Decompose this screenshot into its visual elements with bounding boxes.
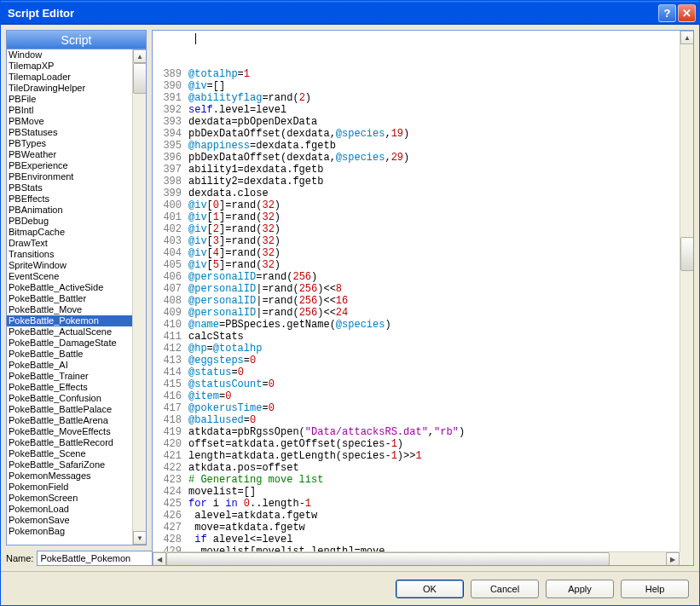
scroll-thumb[interactable] bbox=[680, 237, 694, 271]
script-name-input[interactable] bbox=[37, 551, 161, 566]
code-line[interactable]: 427 move=atkdata.fgetw bbox=[153, 522, 680, 534]
code-line[interactable]: 395@happiness=dexdata.fgetb bbox=[153, 140, 680, 152]
code-line[interactable]: 417@pokerusTime=0 bbox=[153, 402, 680, 414]
code-line[interactable]: 425for i in 0..length-1 bbox=[153, 498, 680, 510]
scroll-thumb[interactable] bbox=[133, 63, 147, 94]
sidebar-item[interactable]: PBTypes bbox=[7, 138, 132, 149]
code-text[interactable]: @personalID|=rand(256)<<24 bbox=[188, 307, 680, 319]
sidebar-item[interactable]: PokemonLoad bbox=[7, 504, 132, 515]
code-text[interactable]: @pokerusTime=0 bbox=[188, 402, 680, 414]
code-line[interactable]: 423# Generating move list bbox=[153, 474, 680, 486]
sidebar-item[interactable]: PBAnimation bbox=[7, 205, 132, 216]
code-text[interactable]: @iv[3]=rand(32) bbox=[188, 235, 680, 247]
sidebar-item[interactable]: BitmapCache bbox=[7, 227, 132, 238]
sidebar-item[interactable]: PBExperience bbox=[7, 160, 132, 171]
code-line[interactable]: 403@iv[3]=rand(32) bbox=[153, 235, 680, 247]
code-line[interactable]: 408@personalID|=rand(256)<<16 bbox=[153, 295, 680, 307]
sidebar-item[interactable]: PokemonSave bbox=[7, 515, 132, 526]
sidebar-item[interactable]: PokeBattle_Move bbox=[7, 304, 132, 315]
code-text[interactable]: @iv[0]=rand(32) bbox=[188, 199, 680, 211]
code-line[interactable]: 407@personalID|=rand(256)<<8 bbox=[153, 283, 680, 295]
sidebar-item[interactable]: PokemonBag bbox=[7, 526, 132, 537]
code-line[interactable]: 413@eggsteps=0 bbox=[153, 355, 680, 366]
scroll-thumb[interactable] bbox=[166, 552, 610, 566]
sidebar-item[interactable]: PBEffects bbox=[7, 193, 132, 205]
sidebar-item[interactable]: DrawText bbox=[7, 238, 132, 249]
sidebar-item[interactable]: PokeBattle_Trainer bbox=[7, 371, 132, 382]
code-line[interactable]: 424movelist=[] bbox=[153, 486, 680, 498]
code-line[interactable]: 390@iv=[] bbox=[153, 80, 680, 92]
help-button[interactable]: Help bbox=[621, 580, 689, 598]
code-line[interactable]: 393dexdata=pbOpenDexData bbox=[153, 116, 680, 128]
code-text[interactable]: pbDexDataOffset(dexdata,@species,29) bbox=[188, 152, 680, 164]
code-text[interactable]: @personalID=rand(256) bbox=[188, 271, 680, 283]
code-line[interactable]: 414@status=0 bbox=[153, 366, 680, 378]
code-line[interactable]: 401@iv[1]=rand(32) bbox=[153, 211, 680, 223]
code-text[interactable]: for i in 0..length-1 bbox=[188, 498, 680, 510]
sidebar-item[interactable]: PokeBattle_ActiveSide bbox=[7, 282, 132, 293]
code-text[interactable]: alevel=atkdata.fgetw bbox=[188, 510, 680, 522]
code-line[interactable]: 411calcStats bbox=[153, 331, 680, 343]
code-line[interactable]: 420offset=atkdata.getOffset(species-1) bbox=[153, 438, 680, 450]
code-line[interactable]: 404@iv[4]=rand(32) bbox=[153, 247, 680, 259]
code-line[interactable]: 415@statusCount=0 bbox=[153, 378, 680, 390]
sidebar-item[interactable]: PokeBattle_Effects bbox=[7, 382, 132, 393]
code-text[interactable]: self.level=level bbox=[188, 104, 680, 116]
code-line[interactable]: 394pbDexDataOffset(dexdata,@species,19) bbox=[153, 128, 680, 140]
code-text[interactable]: @personalID|=rand(256)<<8 bbox=[188, 283, 680, 295]
code-line[interactable]: 400@iv[0]=rand(32) bbox=[153, 199, 680, 211]
code-line[interactable]: 418@ballused=0 bbox=[153, 414, 680, 426]
code-text[interactable]: if alevel<=level bbox=[188, 534, 680, 545]
code-line[interactable]: 416@item=0 bbox=[153, 390, 680, 402]
sidebar-item[interactable]: SpriteWindow bbox=[7, 260, 132, 271]
code-line[interactable]: 419atkdata=pbRgssOpen("Data/attacksRS.da… bbox=[153, 426, 680, 438]
sidebar-item[interactable]: PBFile bbox=[7, 94, 132, 105]
sidebar-item[interactable]: PokeBattle_Pokemon bbox=[7, 315, 132, 326]
code-text[interactable]: @totalhp=1 bbox=[188, 68, 680, 80]
sidebar-item[interactable]: PBEnvironment bbox=[7, 171, 132, 182]
code-text[interactable]: @iv[2]=rand(32) bbox=[188, 223, 680, 235]
code-text[interactable]: calcStats bbox=[188, 331, 680, 343]
code-text[interactable]: @iv=[] bbox=[188, 80, 680, 92]
code-line[interactable]: 391@abilityflag=rand(2) bbox=[153, 92, 680, 104]
sidebar-item[interactable]: PokeBattle_DamageState bbox=[7, 338, 132, 349]
sidebar-item[interactable]: TileDrawingHelper bbox=[7, 83, 132, 94]
sidebar-item[interactable]: PokeBattle_ActualScene bbox=[7, 326, 132, 338]
sidebar-item[interactable]: PBMove bbox=[7, 116, 132, 127]
code-text[interactable]: @ballused=0 bbox=[188, 414, 680, 426]
titlebar-close-button[interactable]: ✕ bbox=[678, 4, 696, 22]
code-text[interactable]: @iv[1]=rand(32) bbox=[188, 211, 680, 223]
ok-button[interactable]: OK bbox=[396, 580, 464, 598]
scroll-up-icon[interactable]: ▲ bbox=[133, 49, 147, 63]
sidebar-item[interactable]: PokeBattle_BattleRecord bbox=[7, 437, 132, 448]
code-text[interactable]: @happiness=dexdata.fgetb bbox=[188, 140, 680, 152]
code-vscrollbar[interactable]: ▲ ▼ bbox=[680, 31, 693, 565]
sidebar-item[interactable]: PokemonField bbox=[7, 482, 132, 493]
code-line[interactable]: 426 alevel=atkdata.fgetw bbox=[153, 510, 680, 522]
code-line[interactable]: 422atkdata.pos=offset bbox=[153, 462, 680, 474]
code-text[interactable]: length=atkdata.getLength(species-1)>>1 bbox=[188, 450, 680, 462]
sidebar-item[interactable]: PBIntl bbox=[7, 105, 132, 116]
code-text[interactable]: @statusCount=0 bbox=[188, 378, 680, 390]
code-line[interactable]: 397ability1=dexdata.fgetb bbox=[153, 164, 680, 176]
sidebar-item[interactable]: PokeBattle_Battler bbox=[7, 293, 132, 304]
code-text[interactable]: @hp=@totalhp bbox=[188, 343, 680, 355]
sidebar-item[interactable]: EventScene bbox=[7, 271, 132, 282]
code-line[interactable]: 421length=atkdata.getLength(species-1)>>… bbox=[153, 450, 680, 462]
code-text[interactable]: atkdata=pbRgssOpen("Data/attacksRS.dat",… bbox=[188, 426, 680, 438]
sidebar-item[interactable]: PBStats bbox=[7, 182, 132, 193]
apply-button[interactable]: Apply bbox=[546, 580, 614, 598]
code-line[interactable]: 405@iv[5]=rand(32) bbox=[153, 259, 680, 271]
code-text[interactable]: movelist[movelist.length]=move bbox=[188, 545, 680, 551]
sidebar-item[interactable]: PokemonScreen bbox=[7, 493, 132, 504]
titlebar-help-button[interactable]: ? bbox=[658, 4, 676, 22]
code-line[interactable]: 396pbDexDataOffset(dexdata,@species,29) bbox=[153, 152, 680, 164]
sidebar-item[interactable]: Window bbox=[7, 49, 132, 61]
sidebar-item[interactable]: TilemapLoader bbox=[7, 72, 132, 83]
code-text[interactable]: move=atkdata.fgetw bbox=[188, 522, 680, 534]
sidebar-item[interactable]: PokeBattle_Scene bbox=[7, 448, 132, 459]
sidebar-item[interactable]: PokeBattle_BattleArena bbox=[7, 415, 132, 426]
code-text[interactable]: @iv[5]=rand(32) bbox=[188, 259, 680, 271]
code-text[interactable]: @name=PBSpecies.getName(@species) bbox=[188, 319, 680, 331]
code-text[interactable]: @status=0 bbox=[188, 366, 680, 378]
